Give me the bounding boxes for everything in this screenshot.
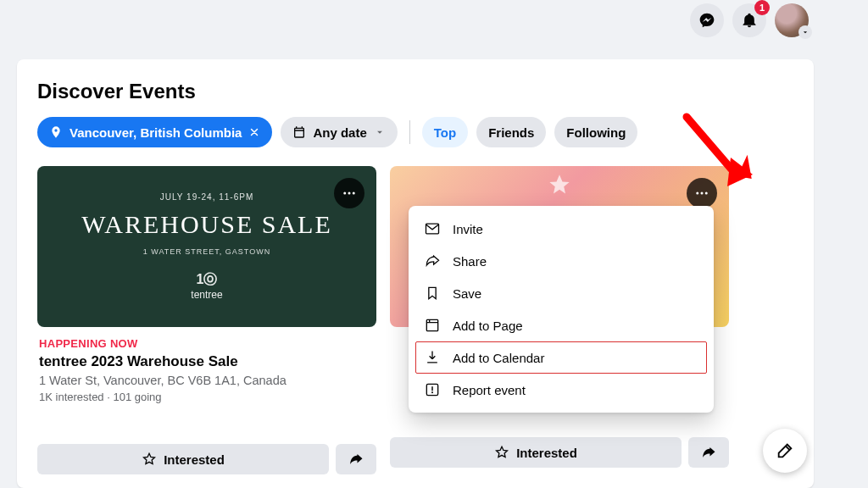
star-outline-icon xyxy=(142,452,157,467)
event-actions: Interested xyxy=(37,444,376,474)
cover-dates: JULY 19-24, 11-6PM xyxy=(160,192,253,202)
svg-point-5 xyxy=(705,192,708,195)
filter-separator xyxy=(409,120,410,144)
interested-button[interactable]: Interested xyxy=(37,444,329,474)
svg-point-9 xyxy=(431,391,433,393)
menu-add-to-calendar[interactable]: Add to Calendar xyxy=(415,341,707,374)
menu-save[interactable]: Save xyxy=(415,277,707,309)
cover-address: 1 WATER STREET, GASTOWN xyxy=(143,247,270,256)
interested-label: Interested xyxy=(164,452,225,467)
location-pin-icon xyxy=(49,125,63,139)
page-title: Discover Events xyxy=(37,80,793,103)
menu-invite[interactable]: Invite xyxy=(415,213,707,245)
svg-point-0 xyxy=(343,192,346,195)
topbar: 1 xyxy=(690,3,809,37)
menu-report-event[interactable]: Report event xyxy=(415,374,707,406)
svg-point-1 xyxy=(348,192,351,195)
cover-brand-name: tentree xyxy=(191,289,222,301)
bookmark-icon xyxy=(424,285,441,302)
event-cover[interactable]: JULY 19-24, 11-6PM WAREHOUSE SALE 1 WATE… xyxy=(37,166,376,327)
event-meta: 1K interested · 101 going xyxy=(39,391,375,403)
menu-label: Report event xyxy=(453,383,526,397)
edit-icon xyxy=(776,441,794,460)
svg-rect-7 xyxy=(426,319,437,330)
avatar-chevron xyxy=(798,25,812,39)
tab-following[interactable]: Following xyxy=(554,117,637,147)
share-arrow-icon xyxy=(701,445,716,460)
tab-top[interactable]: Top xyxy=(422,117,468,147)
happening-now-badge: HAPPENING NOW xyxy=(39,337,375,350)
messenger-icon xyxy=(698,12,715,29)
location-filter-label: Vancouver, British Columbia xyxy=(70,125,242,140)
menu-add-to-page[interactable]: Add to Page xyxy=(415,309,707,341)
svg-point-4 xyxy=(701,192,704,195)
share-arrow-icon xyxy=(424,252,441,269)
event-actions: Interested xyxy=(390,437,729,468)
notification-badge: 1 xyxy=(754,0,770,15)
event-card-body: HAPPENING NOW tentree 2023 Warehouse Sal… xyxy=(37,327,376,403)
alert-icon xyxy=(424,381,441,398)
share-event-button[interactable] xyxy=(688,437,729,468)
svg-point-2 xyxy=(353,192,355,195)
chevron-down-icon xyxy=(374,126,386,138)
star-outline-icon xyxy=(494,445,509,460)
cover-decor-icon xyxy=(548,173,571,197)
event-context-menu: Invite Share Save Add to Page Add to Cal… xyxy=(409,206,714,413)
svg-point-3 xyxy=(696,192,698,195)
share-arrow-icon xyxy=(348,452,364,467)
date-filter-label: Any date xyxy=(313,125,366,140)
dots-icon xyxy=(694,186,709,201)
menu-share[interactable]: Share xyxy=(415,245,707,277)
bell-icon xyxy=(741,12,758,29)
share-event-button[interactable] xyxy=(336,444,376,474)
menu-label: Invite xyxy=(453,222,483,236)
download-icon xyxy=(424,349,441,366)
location-filter[interactable]: Vancouver, British Columbia xyxy=(37,117,272,147)
date-filter[interactable]: Any date xyxy=(281,117,397,147)
menu-label: Add to Page xyxy=(453,319,523,333)
filter-bar: Vancouver, British Columbia Any date Top… xyxy=(37,117,793,147)
interested-button[interactable]: Interested xyxy=(390,437,682,468)
menu-label: Save xyxy=(453,286,481,301)
chevron-down-icon xyxy=(801,28,810,36)
calendar-icon xyxy=(292,125,306,139)
dots-icon xyxy=(342,186,357,201)
clear-location-icon[interactable] xyxy=(248,126,260,138)
event-card: JULY 19-24, 11-6PM WAREHOUSE SALE 1 WATE… xyxy=(37,166,376,474)
envelope-icon xyxy=(424,220,441,237)
interested-label: Interested xyxy=(516,446,577,460)
event-more-button[interactable] xyxy=(334,178,364,208)
menu-label: Add to Calendar xyxy=(453,351,544,365)
account-avatar[interactable] xyxy=(775,3,809,37)
event-title[interactable]: tentree 2023 Warehouse Sale xyxy=(39,353,375,370)
page-icon xyxy=(424,317,441,334)
notifications-button[interactable]: 1 xyxy=(732,3,766,37)
cover-brand-logo: 1ⓞ xyxy=(191,271,222,289)
event-address: 1 Water St, Vancouver, BC V6B 1A1, Canad… xyxy=(39,374,375,387)
messenger-button[interactable] xyxy=(690,3,724,37)
cover-brand: 1ⓞ tentree xyxy=(191,271,222,301)
event-more-button[interactable] xyxy=(687,178,717,208)
compose-fab[interactable] xyxy=(763,429,807,473)
tab-friends[interactable]: Friends xyxy=(476,117,546,147)
cover-headline: WAREHOUSE SALE xyxy=(81,210,332,239)
menu-label: Share xyxy=(453,254,487,269)
